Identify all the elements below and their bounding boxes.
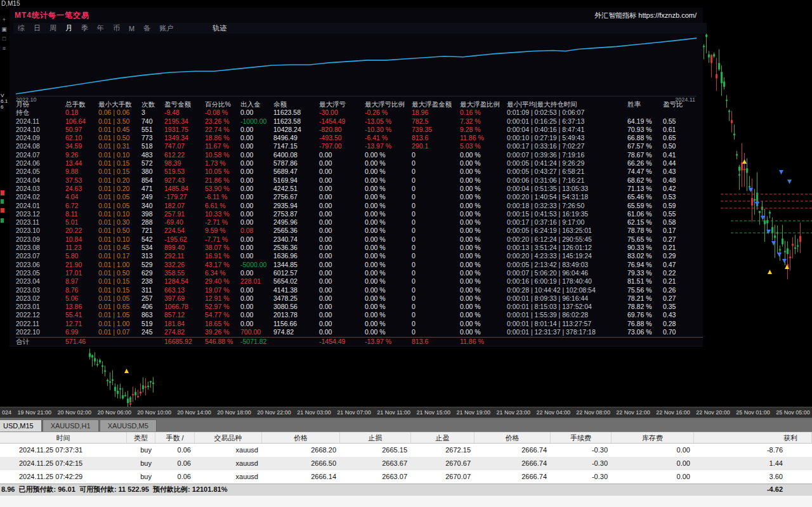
stats-cell: 228.01 [240,277,273,286]
stats-cell: 0 [412,227,460,235]
period-tab-1[interactable]: 综 [13,23,29,33]
stats-cell: 66.26 % [627,159,663,168]
stats-cell: 0.01 | 0.10 [98,210,141,218]
ea-version-label: V 6.16 [1,93,10,110]
stats-cell: 2023.07 [16,252,65,260]
stats-cell: 2935.94 [273,202,319,210]
stats-cell: 663.13 [164,286,205,294]
terminal-col-header[interactable]: 手续费 [551,432,612,443]
trade-cell: 2024.11.25 07:37:31 [0,444,127,457]
stats-cell: 持仓 [16,109,65,117]
stats-row: 2024.0324.630.01 | 0.204711485.8453.90 %… [16,185,703,193]
stats-cell: 899.40 [164,244,205,252]
stats-cell: 0:00:01 | 8:09:33 | 96:16:44 [507,294,627,303]
stats-cell: 12.91 % [205,294,240,303]
terminal-col-header[interactable]: 价格 [475,432,551,443]
trade-row[interactable]: 2024.11.25 07:42:29buy0.06xauusd2666.142… [0,470,812,484]
terminal-footer-strip [0,495,812,507]
terminal-col-header[interactable]: 库存费 [612,432,694,443]
stats-cell: 0:00:01 | 12:31:37 | 378:17:18 [507,328,627,336]
stats-cell: 2195.34 [164,117,205,126]
stats-col-header: 最小大手数 [98,100,141,109]
period-tab-4[interactable]: 月 [61,23,77,33]
period-tab-10[interactable]: 账户 [155,23,178,33]
trade-cell: buy [127,457,155,470]
stats-cell: 0.00 % [460,277,507,286]
lines-icon[interactable]: ≡ [3,45,6,52]
period-tab-7[interactable]: 币 [108,23,124,33]
trade-cell: xauusd [195,444,262,457]
terminal-col-header[interactable]: 价格 [262,432,340,443]
period-tab-8[interactable]: M [124,25,139,32]
shape-icon[interactable]: □ [3,36,6,43]
period-tab-3[interactable]: 周 [45,23,61,33]
trade-cell: 2670.67 [411,457,475,470]
stats-cell: 3080.56 [273,303,319,311]
stats-cell: 0 [412,294,460,303]
stats-cell: 0.00 % [460,269,507,277]
stats-cell: 20.22 [65,227,98,235]
stats-cell: 1349.34 [164,134,205,142]
stats-cell: 0 [412,176,460,185]
stats-cell: 74.47 % [627,168,663,176]
terminal-col-header[interactable]: 获利 [694,432,812,443]
stats-cell: 0.00 [319,176,365,185]
trade-row[interactable]: 2024.11.25 07:37:31buy0.06xauusd2668.202… [0,444,812,457]
trade-row[interactable]: 2024.11.25 07:42:15buy0.06xauusd2666.502… [0,457,812,470]
stats-cell: 66.88 % [627,134,663,142]
stats-cell: -7.71 % [205,235,240,244]
stats-cell: 11623.58 [273,117,319,126]
cursor-icon[interactable]: ▣ [1,26,7,33]
time-axis-label: 22 Nov 04:00 [536,409,570,416]
stats-cell: 0.00 [240,185,273,193]
stats-cell: 0.43 [663,311,695,319]
terminal-col-header[interactable]: 止损 [340,432,411,443]
stats-cell: 38.07 % [205,244,240,252]
stats-cell: 50.97 [65,126,98,134]
stats-cell: -13.05 % [365,117,412,126]
terminal-col-header[interactable]: 手数 / [155,432,195,443]
stats-cell: 5169.94 [273,176,319,185]
stats-cell: 10.84 [65,235,98,244]
trade-cell: 2024.11.25 07:42:29 [0,470,127,484]
stats-cell: -1000.00 [240,117,273,126]
chart-tab-XAUUSD-H1[interactable]: XAUUSD,H1 [43,419,99,431]
stats-cell: 612.22 [164,151,205,159]
terminal-header-row: 时间类型手数 /交易品种价格止损止盈价格手续费库存费获利 [0,432,812,444]
period-tab-6[interactable]: 年 [93,23,108,33]
trade-cell: 2670.07 [411,470,475,484]
period-tab-9[interactable]: 备 [139,23,155,33]
stats-cell: 0.00 [240,294,273,303]
period-tab-5[interactable]: 季 [77,23,93,33]
stats-cell: 0:00:28 | 10:44:42 | 102:08:54 [507,286,627,294]
brand-link[interactable]: 外汇智能指标 https://fxznzb.com/ [594,11,697,20]
stats-cell: 0:00:13 | 3:51:24 | 126:01:12 [507,244,627,252]
stats-cell: 0.00 % [460,176,507,185]
stats-cell: 0 [412,202,460,210]
stats-cell: 0.00 [240,286,273,294]
stats-cell: 2023.09 [16,235,65,244]
trade-cell: 3.60 [694,470,812,484]
chart-tab-XAUUSD-M5[interactable]: XAUUSD,M5 [100,419,157,431]
stats-cell: 747.07 [164,142,205,150]
stats-cell: 0.27 [663,235,695,244]
stats-cell: 2023.06 [16,261,65,269]
trade-cell: 0.00 [612,444,694,457]
chart-tab-USD-M15[interactable]: USD,M15 [0,419,42,431]
stats-cell: 2753.87 [273,210,319,218]
trade-cell: 0.06 [155,470,195,484]
track-tab[interactable]: 轨迹 [208,23,231,33]
stats-cell: 2023.05 [16,269,65,277]
terminal-col-header[interactable]: 交易品种 [195,432,262,443]
terminal-col-header[interactable]: 时间 [0,432,127,443]
stats-cell: 24.63 [65,185,98,193]
terminal-col-header[interactable]: 止盈 [411,432,475,443]
crosshair-icon[interactable]: + [3,16,6,23]
time-axis-label: 22 Nov 20:00 [696,409,730,416]
stats-cell: -30.00 [319,109,365,117]
stats-cell: 9.28 % [460,126,507,134]
terminal-rows: 2024.11.25 07:37:31buy0.06xauusd2668.202… [0,444,812,484]
period-tab-2[interactable]: 日 [29,23,45,33]
stats-cell: 0.01 | 0.05 [98,294,141,303]
terminal-col-header[interactable]: 类型 [127,432,155,443]
